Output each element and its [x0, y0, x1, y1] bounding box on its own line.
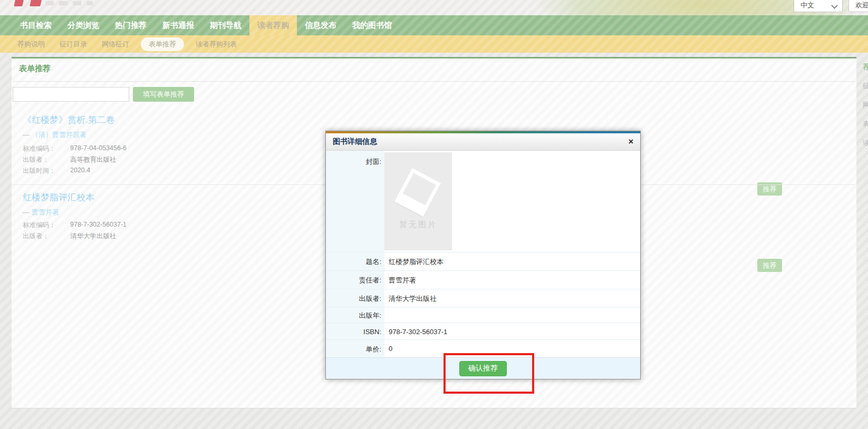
book-author: —（清）曹雪芹原著 — [23, 130, 86, 140]
author-dash: — — [23, 131, 30, 139]
edge-menu-item[interactable]: 表 — [863, 119, 868, 129]
subnav-item-recommend-help[interactable]: 荐购说明 — [10, 40, 52, 49]
author-link[interactable]: （清）曹雪芹原著 — [32, 131, 86, 139]
confirm-recommend-button[interactable]: 确认推荐 — [459, 361, 507, 376]
modal-row-cover: 封面: 暂无图片 — [326, 151, 640, 252]
book-meta-row: 出版者： 清华大学出版社 — [23, 232, 117, 241]
sub-nav: 荐购说明 征订目录 网络征订 表单推荐 读者荐购列表 — [0, 35, 868, 53]
field-label: 出版者: — [326, 289, 384, 307]
meta-label: 出版者： — [23, 232, 70, 241]
meta-value: 2020.4 — [70, 167, 90, 175]
field-label: ISBN: — [326, 323, 384, 339]
field-value: 0 — [384, 340, 640, 358]
subnav-item-online-order[interactable]: 网络征订 — [94, 40, 137, 49]
modal-row-author: 责任者: 曹雪芹著 — [326, 271, 640, 289]
book-detail-modal: 图书详细信息 × 封面: 暂无图片 题名: 红楼梦脂评汇校本 — [325, 131, 641, 379]
subnav-item-form-recommend-active[interactable]: 表单推荐 — [141, 37, 184, 51]
logo-mark-icon — [30, 0, 42, 6]
field-label: 责任者: — [326, 271, 384, 289]
modal-body: 封面: 暂无图片 题名: 红楼梦脂评汇校本 责任者: 曹雪芹著 — [326, 151, 640, 358]
no-image-text: 暂无图片 — [384, 220, 452, 230]
recommend-button[interactable]: 推荐 — [757, 259, 782, 272]
language-select-value: 中文 — [801, 1, 814, 10]
edge-menu-item[interactable]: 网 — [863, 100, 868, 110]
meta-label: 标准编码： — [23, 144, 70, 153]
field-value — [384, 307, 640, 323]
page-title: 表单推荐 — [19, 64, 51, 74]
main-nav: 书目检索 分类浏览 热门推荐 新书通报 期刊导航 读者荐购 信息发布 我的图书馆 — [0, 15, 868, 35]
book-meta-row: 出版时间： 2020.4 — [23, 167, 90, 175]
logo-mark-icon — [14, 0, 24, 6]
field-label: 单价: — [326, 340, 384, 358]
field-label: 题名: — [326, 252, 384, 270]
welcome-box[interactable]: 欢迎 — [848, 0, 868, 12]
meta-label: 出版者： — [23, 155, 70, 164]
edge-quick-menu: 荐 征 网 表 读 — [863, 62, 868, 157]
nav-item-hot-recommend[interactable]: 热门推荐 — [107, 15, 155, 35]
book-title-link[interactable]: 红楼梦脂评汇校本 — [23, 191, 94, 203]
nav-item-catalog-search[interactable]: 书目检索 — [12, 15, 60, 35]
modal-footer: 确认推荐 — [326, 357, 640, 379]
divider — [13, 81, 855, 82]
subnav-item-reader-recommend-list[interactable]: 读者荐购列表 — [188, 40, 244, 49]
modal-title: 图书详细信息 — [333, 137, 377, 147]
close-icon[interactable]: × — [629, 138, 633, 146]
edge-menu-item[interactable]: 征 — [863, 81, 868, 91]
nav-item-reader-recommend[interactable]: 读者荐购 — [249, 15, 297, 35]
field-label: 封面: — [326, 151, 384, 252]
field-value: 清华大学出版社 — [384, 289, 640, 307]
meta-value: 978-7-302-56037-1 — [70, 221, 127, 230]
meta-value: 清华大学出版社 — [70, 232, 117, 241]
welcome-label: 欢迎 — [855, 1, 868, 10]
book-title-link[interactable]: 《红楼梦》赏析.第二卷 — [23, 114, 115, 126]
field-value: 红楼梦脂评汇校本 — [384, 252, 640, 270]
field-label: 出版年: — [326, 307, 384, 323]
cover-image-placeholder: 暂无图片 — [384, 152, 452, 250]
author-link[interactable]: 曹雪芹著 — [32, 208, 59, 216]
modal-row-publisher: 出版者: 清华大学出版社 — [326, 289, 640, 307]
modal-row-price: 单价: 0 — [326, 340, 640, 358]
nav-item-info-publish[interactable]: 信息发布 — [297, 15, 344, 35]
meta-label: 出版时间： — [23, 167, 70, 175]
fill-form-recommend-button[interactable]: 填写表单推荐 — [133, 87, 194, 102]
modal-row-pubyear: 出版年: — [326, 307, 640, 323]
language-select[interactable]: 中文 — [794, 0, 843, 12]
edge-menu-item[interactable]: 读 — [863, 138, 868, 148]
no-image-icon — [394, 168, 441, 217]
meta-value: 978-7-04-053456-6 — [70, 144, 127, 153]
book-author: —曹雪芹著 — [23, 208, 59, 217]
edge-menu-item[interactable]: 荐 — [863, 62, 868, 72]
author-dash: — — [23, 208, 30, 216]
site-name-faint — [45, 1, 93, 5]
field-value: 978-7-302-56037-1 — [384, 323, 640, 339]
book-meta-row: 标准编码： 978-7-04-053456-6 — [23, 144, 127, 153]
book-meta-row: 出版者： 高等教育出版社 — [23, 155, 117, 164]
recommend-search-input[interactable] — [13, 87, 129, 102]
meta-value: 高等教育出版社 — [70, 155, 117, 164]
meta-label: 标准编码： — [23, 221, 70, 230]
top-bar: 中文 欢迎 — [0, 0, 868, 15]
nav-item-category-browse[interactable]: 分类浏览 — [60, 15, 107, 35]
book-meta-row: 标准编码： 978-7-302-56037-1 — [23, 221, 127, 230]
nav-item-journal-nav[interactable]: 期刊导航 — [202, 15, 249, 35]
modal-row-isbn: ISBN: 978-7-302-56037-1 — [326, 323, 640, 340]
page: 中文 欢迎 书目检索 分类浏览 热门推荐 新书通报 期刊导航 读者荐购 信息发布… — [0, 0, 868, 429]
modal-row-title: 题名: 红楼梦脂评汇校本 — [326, 252, 640, 271]
field-value: 曹雪芹著 — [384, 271, 640, 289]
nav-item-new-books[interactable]: 新书通报 — [155, 15, 202, 35]
subnav-item-order-catalog[interactable]: 征订目录 — [52, 40, 94, 49]
chevron-down-icon — [831, 2, 838, 9]
modal-header: 图书详细信息 × — [326, 133, 640, 151]
nav-item-my-library[interactable]: 我的图书馆 — [344, 15, 400, 35]
